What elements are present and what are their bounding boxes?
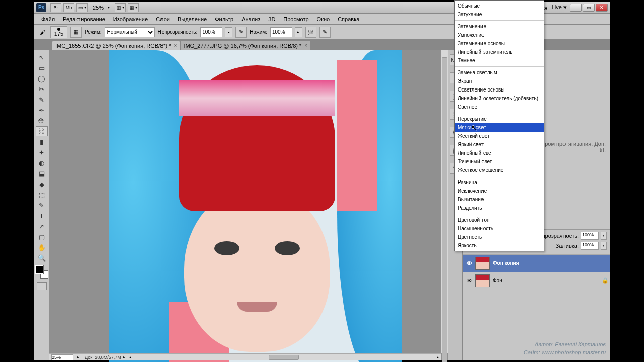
layer-opacity-input[interactable]: 100% xyxy=(581,232,599,240)
opacity-arrow-icon[interactable]: ▸ xyxy=(225,27,232,37)
blend-mode-item[interactable]: Линейный осветлитель (добавить) xyxy=(455,94,544,103)
arrange-button[interactable]: ▥▾ xyxy=(115,3,126,12)
blend-mode-item[interactable]: Затемнение основы xyxy=(455,39,544,48)
blend-mode-item[interactable]: Жесткое смешение xyxy=(455,166,544,174)
layer-opacity-arrow-icon[interactable]: ▸ xyxy=(601,232,607,240)
layer-thumbnail[interactable] xyxy=(475,257,490,270)
document-tab[interactable]: IMG_1655.CR2 @ 25% (Фон копия, RGB/8*) *… xyxy=(52,41,180,50)
blend-mode-item[interactable]: Яркий свет xyxy=(455,140,544,149)
blend-mode-item[interactable]: Линейный затемнитель xyxy=(455,48,544,56)
tool-18[interactable]: ✋ xyxy=(36,242,48,252)
scroll-left-icon[interactable]: ◂ xyxy=(127,355,133,359)
blend-mode-item[interactable]: Насыщенность xyxy=(455,224,544,233)
layer-row[interactable]: 👁Фон🔒 xyxy=(463,272,610,289)
blend-mode-item[interactable]: Разделить xyxy=(455,204,544,212)
blend-mode-item[interactable]: Светлее xyxy=(455,103,544,111)
close-button[interactable]: ✕ xyxy=(596,4,608,12)
brush-preset-picker[interactable]: 175 xyxy=(50,26,67,38)
blend-mode-item[interactable]: Яркость xyxy=(455,241,544,250)
flow-input[interactable]: 100% xyxy=(270,27,292,37)
tool-0[interactable]: ↖ xyxy=(36,52,48,62)
info-arrow-icon[interactable]: ▸ xyxy=(121,355,127,359)
menu-анализ[interactable]: Анализ xyxy=(237,14,264,25)
extras-button[interactable]: ▦▾ xyxy=(128,3,139,12)
layer-row[interactable]: 👁Фон копия xyxy=(463,255,610,272)
tool-17[interactable]: ▢ xyxy=(36,232,48,242)
blend-mode-item[interactable]: Затемнение xyxy=(455,22,544,31)
blend-mode-select[interactable]: Нормальный xyxy=(105,27,155,37)
minimize-button[interactable]: — xyxy=(570,4,582,12)
zoom-arrow-icon[interactable]: ▾ xyxy=(108,5,110,10)
minibridge-button[interactable]: Mb xyxy=(63,3,74,12)
menu-редактирование[interactable]: Редактирование xyxy=(59,14,109,25)
blend-mode-item[interactable]: Исключение xyxy=(455,187,544,195)
horizontal-scrollbar[interactable] xyxy=(133,354,435,360)
quickmask-button[interactable] xyxy=(37,282,47,290)
tool-12[interactable]: ◆ xyxy=(36,179,48,189)
tablet-size-icon[interactable]: ✎ xyxy=(319,27,331,38)
menu-выделение[interactable]: Выделение xyxy=(174,14,211,25)
screenmode-button[interactable]: ▭▾ xyxy=(76,3,88,12)
menu-справка[interactable]: Справка xyxy=(334,14,363,25)
tool-11[interactable]: ⬓ xyxy=(36,168,48,178)
tool-4[interactable]: ✎ xyxy=(36,95,48,105)
scroll-right-icon[interactable]: ▸ xyxy=(435,355,441,359)
vertical-scrollbar[interactable] xyxy=(441,50,448,353)
visibility-icon[interactable]: 👁 xyxy=(463,260,475,266)
zoom-level[interactable]: 25% xyxy=(93,5,104,11)
blend-mode-item[interactable]: Точечный свет xyxy=(455,157,544,166)
tool-7[interactable]: ⛆ xyxy=(36,126,48,136)
tablet-opacity-icon[interactable]: ✎ xyxy=(235,27,247,38)
blend-mode-item[interactable]: Перекрытие xyxy=(455,115,544,123)
document-tab[interactable]: IMG_2777.JPG @ 16,7% (Фон копия, RGB/8) … xyxy=(181,41,310,50)
blend-mode-item[interactable]: Цветность xyxy=(455,233,544,241)
cs-live-button[interactable]: Live ▾ xyxy=(552,4,567,11)
layer-fill-input[interactable]: 100% xyxy=(581,242,599,250)
menu-просмотр[interactable]: Просмотр xyxy=(279,14,312,25)
tool-2[interactable]: ◯ xyxy=(36,73,48,83)
tool-14[interactable]: ✎ xyxy=(36,200,48,210)
menu-3d[interactable]: 3D xyxy=(264,14,279,25)
tool-8[interactable]: ▮ xyxy=(36,137,48,147)
canvas[interactable] xyxy=(109,50,403,362)
menu-слои[interactable]: Слои xyxy=(152,14,174,25)
flow-arrow-icon[interactable]: ▸ xyxy=(295,27,302,37)
bridge-button[interactable]: Br xyxy=(50,3,61,12)
blend-mode-item[interactable]: Экран xyxy=(455,77,544,85)
tool-13[interactable]: ⬚ xyxy=(36,190,48,200)
menu-фильтр[interactable]: Фильтр xyxy=(211,14,237,25)
menu-окно[interactable]: Окно xyxy=(313,14,334,25)
blend-mode-item[interactable]: Темнее xyxy=(455,56,544,65)
brush-panel-toggle[interactable]: ▦ xyxy=(70,27,82,38)
menu-файл[interactable]: Файл xyxy=(37,14,59,25)
blend-mode-item[interactable]: Умножение xyxy=(455,31,544,39)
tool-15[interactable]: T xyxy=(36,211,48,221)
color-swatches[interactable] xyxy=(35,265,48,279)
tool-5[interactable]: ✒ xyxy=(36,105,48,115)
layer-fill-arrow-icon[interactable]: ▸ xyxy=(601,242,607,250)
blend-mode-item[interactable]: Линейный свет xyxy=(455,149,544,157)
blend-mode-item[interactable]: Обычные xyxy=(455,2,544,10)
close-tab-icon[interactable]: × xyxy=(174,43,177,48)
close-tab-icon[interactable]: × xyxy=(304,43,307,48)
blend-mode-item[interactable]: Мягкий свет xyxy=(455,123,544,132)
blend-mode-item[interactable]: Вычитание xyxy=(455,195,544,204)
blend-mode-item[interactable]: Замена светлым xyxy=(455,68,544,77)
blend-mode-item[interactable]: Затухание xyxy=(455,10,544,19)
tool-16[interactable]: ↗ xyxy=(36,221,48,231)
tool-19[interactable]: 🔍 xyxy=(36,253,48,263)
brush-tool-icon[interactable]: 🖌 xyxy=(37,27,47,37)
blend-mode-item[interactable]: Цветовой тон xyxy=(455,216,544,224)
zoom-input[interactable] xyxy=(51,354,73,360)
menu-изображение[interactable]: Изображение xyxy=(109,14,152,25)
layer-thumbnail[interactable] xyxy=(475,274,490,287)
maximize-button[interactable]: ▭ xyxy=(583,4,595,12)
tool-1[interactable]: ▭ xyxy=(36,63,48,73)
tool-10[interactable]: ◐ xyxy=(36,158,48,168)
opacity-input[interactable]: 100% xyxy=(200,27,222,37)
zoom-arrow-icon[interactable]: ▸ xyxy=(75,355,82,359)
blend-mode-dropdown[interactable]: ОбычныеЗатуханиеЗатемнениеУмножениеЗатем… xyxy=(454,0,544,251)
tool-9[interactable]: ✦ xyxy=(36,147,48,157)
airbrush-icon[interactable]: ⛆ xyxy=(305,27,316,38)
blend-mode-item[interactable]: Разница xyxy=(455,178,544,187)
